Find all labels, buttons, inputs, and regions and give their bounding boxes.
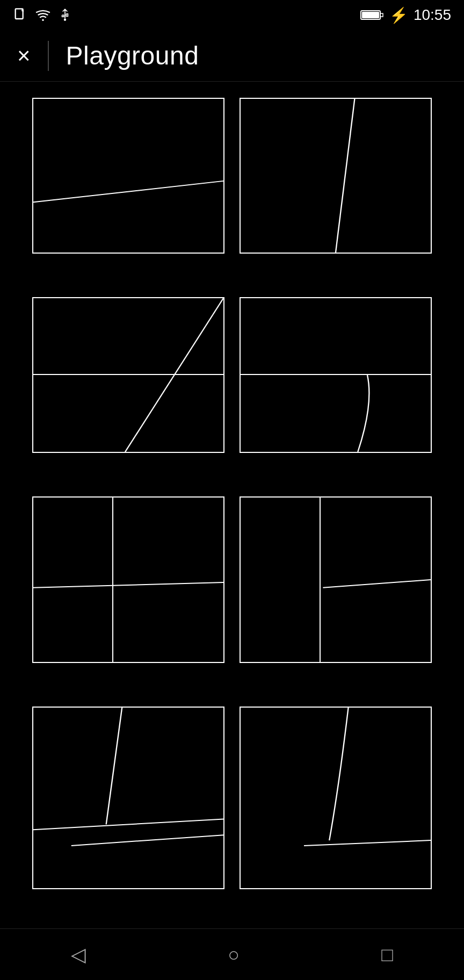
grid-item-4-1[interactable] bbox=[32, 707, 224, 889]
status-time: 10:55 bbox=[414, 6, 451, 24]
svg-lines-3-1 bbox=[33, 498, 223, 662]
svg-line-8 bbox=[33, 582, 223, 588]
svg-line-12 bbox=[71, 835, 223, 846]
status-right-info: ⚡ 10:55 bbox=[360, 6, 451, 24]
svg-lines-2-1 bbox=[33, 298, 223, 452]
svg-point-1 bbox=[42, 19, 44, 21]
doc-icon bbox=[13, 8, 28, 23]
svg-lines-3-2 bbox=[241, 498, 431, 662]
recents-button[interactable]: □ bbox=[381, 943, 393, 966]
grid-item-4-2[interactable] bbox=[240, 707, 432, 889]
svg-lines-1-2 bbox=[241, 99, 431, 253]
svg-rect-4 bbox=[362, 12, 379, 18]
status-bar: ⚡ 10:55 bbox=[0, 0, 464, 30]
svg-line-7 bbox=[125, 298, 223, 452]
header-divider bbox=[48, 41, 49, 71]
grid-item-3-2[interactable] bbox=[240, 496, 432, 663]
battery-icon bbox=[360, 9, 384, 21]
svg-lines-1-1 bbox=[33, 99, 223, 253]
grid-item-1-1[interactable] bbox=[32, 98, 224, 254]
svg-lines-4-2 bbox=[241, 708, 431, 888]
close-button[interactable]: × bbox=[17, 45, 31, 67]
svg-line-6 bbox=[336, 99, 354, 253]
svg-lines-2-2 bbox=[241, 298, 431, 452]
svg-lines-4-1 bbox=[33, 708, 223, 888]
status-left-icons bbox=[13, 8, 72, 23]
svg-line-9 bbox=[323, 580, 431, 588]
grid-item-2-1[interactable] bbox=[32, 297, 224, 453]
svg-line-5 bbox=[33, 181, 223, 202]
header: × Playground bbox=[0, 30, 464, 82]
page-title: Playground bbox=[66, 41, 199, 70]
grid-item-3-1[interactable] bbox=[32, 496, 224, 663]
wifi-icon bbox=[34, 8, 52, 23]
usb-icon bbox=[58, 8, 72, 23]
svg-point-2 bbox=[64, 19, 66, 21]
grid-item-2-2[interactable] bbox=[240, 297, 432, 453]
grid-item-1-2[interactable] bbox=[240, 98, 432, 254]
back-button[interactable]: ◁ bbox=[71, 943, 86, 966]
svg-line-11 bbox=[33, 819, 223, 830]
bolt-icon: ⚡ bbox=[389, 6, 408, 24]
nav-bar: ◁ ○ □ bbox=[0, 928, 464, 980]
home-button[interactable]: ○ bbox=[228, 943, 240, 966]
svg-line-13 bbox=[304, 840, 431, 846]
layout-grid bbox=[0, 82, 464, 928]
svg-line-10 bbox=[106, 708, 122, 824]
